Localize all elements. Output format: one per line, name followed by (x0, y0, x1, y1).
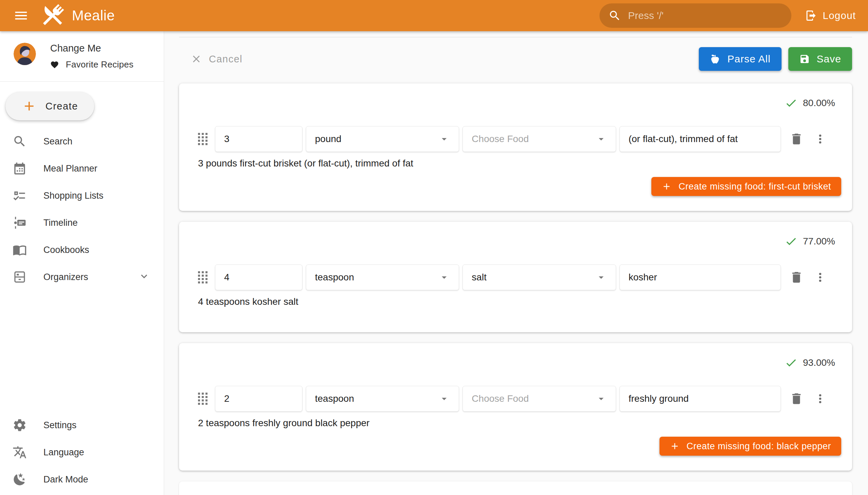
logout-button[interactable]: Logout (805, 10, 856, 22)
cancel-label: Cancel (209, 54, 242, 65)
delete-ingredient-button[interactable] (786, 129, 806, 149)
food-select-value: Choose Food (472, 134, 529, 144)
plus-icon (670, 441, 680, 451)
ingredient-menu-button[interactable] (810, 129, 830, 149)
quantity-input[interactable]: 4 (215, 264, 303, 290)
drag-handle-icon[interactable] (198, 271, 207, 284)
unit-select[interactable]: teaspoon (306, 386, 459, 412)
create-missing-food-button[interactable]: Create missing food: black pepper (660, 437, 841, 456)
favorite-recipes-label: Favorite Recipes (66, 59, 134, 70)
parser-toolbar: Cancel Parse All Save (179, 37, 852, 81)
dropdown-arrow-icon (591, 133, 607, 145)
avatar[interactable] (14, 43, 36, 65)
sidebar-item-label: Meal Planner (44, 164, 97, 174)
ingredient-card: 80.00% 3 pound Choose Food ( (179, 83, 852, 211)
save-icon (799, 54, 810, 64)
create-missing-food-button[interactable]: Create missing food: first-cut brisket (651, 177, 841, 196)
sidebar-item-label: Cookbooks (44, 245, 89, 255)
sidebar-item-language[interactable]: Language (0, 439, 164, 466)
ingredient-menu-button[interactable] (810, 267, 830, 288)
sidebar-item-organizers[interactable]: Organizers (0, 263, 164, 291)
sidebar-item-label: Dark Mode (44, 474, 88, 485)
original-ingredient-text: 2 teaspoons freshly ground black pepper (198, 418, 852, 429)
confidence-row: 93.00% (179, 343, 852, 370)
confidence-check-icon (785, 356, 798, 369)
confidence-value: 80.00% (803, 98, 835, 108)
save-button[interactable]: Save (788, 47, 852, 71)
calendar-icon (12, 161, 27, 176)
trash-icon (789, 270, 804, 285)
unit-value: pound (315, 134, 341, 144)
sidebar-item-dark-mode[interactable]: Dark Mode (0, 466, 164, 493)
sidebar-item-label: Language (44, 447, 84, 458)
sidebar-item-settings[interactable]: Settings (0, 412, 164, 439)
quantity-value: 3 (224, 134, 229, 144)
translate-icon (12, 445, 27, 460)
quantity-value: 4 (224, 272, 229, 283)
food-select[interactable]: Choose Food (462, 386, 616, 412)
chevron-down-icon (138, 270, 150, 284)
quantity-input[interactable]: 2 (215, 386, 303, 412)
ingredient-card: 93.00% 2 teaspoon Choose Food (179, 343, 852, 471)
confidence-value: 77.00% (803, 236, 835, 247)
quantity-input[interactable]: 3 (215, 126, 303, 152)
search-icon (608, 9, 621, 22)
confidence-check-icon (785, 235, 798, 248)
heart-icon (50, 61, 59, 69)
app-bar: Mealie Logout (0, 0, 868, 31)
note-value: freshly ground (629, 393, 688, 404)
save-label: Save (817, 53, 841, 65)
food-select[interactable]: Choose Food (462, 126, 616, 152)
dropdown-arrow-icon (434, 272, 450, 283)
sidebar-item-label: Search (44, 136, 72, 147)
drag-handle-icon[interactable] (198, 133, 207, 145)
close-icon (190, 53, 202, 65)
hamburger-icon (13, 8, 29, 23)
delete-ingredient-button[interactable] (786, 267, 806, 288)
sidebar-item-label: Timeline (44, 218, 78, 228)
kebab-menu-icon (813, 271, 827, 284)
gear-icon (12, 418, 27, 433)
create-missing-food-label: Create missing food: black pepper (686, 441, 831, 451)
apple-icon (710, 54, 720, 64)
sidebar-item-search[interactable]: Search (0, 128, 164, 155)
sidebar-item-meal-planner[interactable]: Meal Planner (0, 155, 164, 182)
note-input[interactable]: freshly ground (619, 386, 781, 412)
note-input[interactable]: (or flat-cut), trimmed of fat (619, 126, 781, 152)
note-value: kosher (629, 272, 657, 283)
note-input[interactable]: kosher (619, 264, 781, 290)
create-button-label: Create (46, 101, 78, 112)
mealie-logo-icon[interactable] (39, 2, 66, 29)
parse-all-button[interactable]: Parse All (699, 47, 781, 71)
sidebar-item-cookbooks[interactable]: Cookbooks (0, 236, 164, 263)
ingredient-fields-row: 2 teaspoon Choose Food freshly ground (179, 386, 852, 412)
ingredient-menu-button[interactable] (810, 389, 830, 409)
food-select[interactable]: salt (462, 264, 616, 290)
sidebar-item-timeline[interactable]: Timeline (0, 209, 164, 236)
unit-select[interactable]: pound (306, 126, 459, 152)
hamburger-menu-button[interactable] (10, 5, 32, 27)
search-input[interactable] (628, 10, 770, 21)
cancel-button[interactable]: Cancel (190, 53, 242, 65)
unit-value: teaspoon (315, 272, 354, 283)
global-search[interactable] (599, 3, 792, 28)
dropdown-arrow-icon (434, 393, 450, 405)
create-missing-food-label: Create missing food: first-cut brisket (679, 182, 831, 192)
food-select-value: Choose Food (472, 393, 529, 404)
create-button[interactable]: Create (5, 92, 94, 120)
sidebar-item-shopping-lists[interactable]: Shopping Lists (0, 182, 164, 209)
quantity-value: 2 (224, 393, 229, 404)
sidebar-item-label: Settings (44, 420, 76, 431)
favorite-recipes-link[interactable]: Favorite Recipes (50, 59, 134, 70)
timeline-icon (12, 215, 27, 230)
drag-handle-icon[interactable] (198, 393, 207, 405)
sidebar-footer: Settings Language Dark Mode (0, 412, 164, 495)
delete-ingredient-button[interactable] (786, 389, 806, 409)
unit-select[interactable]: teaspoon (306, 264, 459, 290)
list-checks-icon (12, 188, 27, 203)
parse-all-label: Parse All (727, 53, 770, 65)
user-profile[interactable]: Change Me Favorite Recipes (0, 31, 164, 70)
sidebar-menu: Search Meal Planner Shopping Lists Timel… (0, 128, 164, 291)
ingredient-fields-row: 3 pound Choose Food (or flat-cut), trimm… (179, 126, 852, 152)
note-value: (or flat-cut), trimmed of fat (629, 134, 738, 144)
